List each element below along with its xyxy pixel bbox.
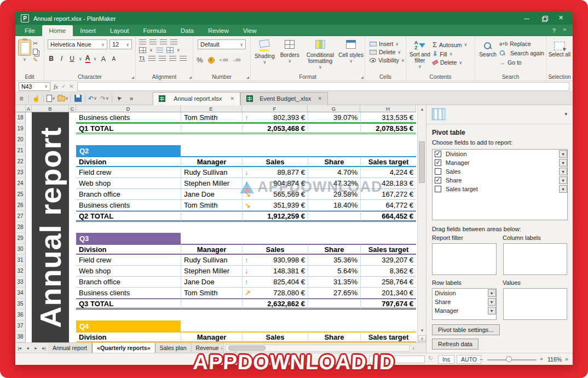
menu-tab-review[interactable]: Review (201, 25, 236, 36)
cell[interactable]: 258,764 € (360, 277, 416, 288)
cell[interactable]: Tom Smith (181, 288, 242, 299)
cell[interactable]: 4,224 € (360, 167, 416, 178)
cancel-entry-icon[interactable]: ✕ (69, 83, 73, 89)
pivot-settings-button[interactable]: Pivot table settings... (432, 324, 500, 335)
cell[interactable]: Manager (181, 331, 242, 342)
object-pointer-icon[interactable]: ➤ (113, 93, 125, 104)
number-format-select[interactable]: Default∨ (198, 39, 246, 49)
cell[interactable]: Web shop (76, 266, 181, 277)
column-header-D[interactable]: D (76, 105, 181, 112)
insert-function-icon[interactable]: fx (54, 83, 58, 90)
percent-format-button[interactable]: % (197, 56, 203, 64)
pivot-field-row[interactable]: Sales target▾ (433, 185, 567, 193)
touch-mode-icon[interactable]: ☝ (30, 93, 42, 104)
align-center-icon[interactable] (159, 56, 166, 61)
scroll-down-icon[interactable]: ▼ (418, 327, 426, 334)
column-header-F[interactable]: F (242, 105, 308, 112)
report-filter-area[interactable] (432, 243, 497, 275)
cell[interactable]: Sales target (360, 244, 416, 255)
quarter-banner-cell[interactable]: Q4 (76, 320, 181, 331)
shrink-font-button[interactable]: A (110, 56, 117, 62)
cell[interactable]: Sales target (360, 156, 416, 167)
column-header-G[interactable]: G (308, 105, 360, 112)
cell[interactable]: Sales (242, 244, 308, 255)
cell[interactable]: Sales (242, 156, 308, 167)
cell[interactable]: Division (76, 156, 181, 167)
cell[interactable]: Business clients (76, 288, 181, 299)
conditional-formatting-button[interactable]: Conditional formatting∨ (302, 39, 339, 70)
dialog-launcher-icon[interactable] (189, 76, 192, 79)
cell[interactable]: Division (76, 331, 181, 342)
row-header-24[interactable]: 24 (15, 178, 26, 189)
menu-tab-formula[interactable]: Formula (136, 25, 174, 36)
cell[interactable]: Q3 TOTAL (76, 299, 181, 310)
checkbox-checked[interactable] (435, 177, 441, 184)
cell[interactable]: Division (76, 244, 181, 255)
sheet-tab[interactable]: «Quarterly reports» (92, 343, 155, 353)
zoom-in-button[interactable]: + (540, 356, 543, 362)
cell[interactable]: 8,362 € (360, 266, 416, 277)
menu-tab-file[interactable]: File (18, 25, 42, 36)
border-box-icon[interactable] (139, 47, 146, 53)
row-header-36[interactable]: 36 (15, 310, 26, 320)
cell[interactable]: ↑904,874 € (242, 178, 308, 189)
cell[interactable]: 5.64% (308, 266, 360, 277)
cell[interactable] (308, 299, 360, 310)
horizontal-scroll-thumb[interactable] (228, 346, 266, 351)
visibility-button[interactable]: Visibility∨ (370, 57, 405, 64)
bold-button[interactable]: B (48, 55, 55, 62)
cell[interactable]: ↑802,393 € (242, 112, 308, 123)
cell[interactable] (181, 299, 242, 310)
dropdown-button[interactable]: ▾ (559, 176, 567, 184)
cell[interactable]: 2,632,862 € (242, 299, 308, 310)
close-tab-icon[interactable]: ✕ (318, 96, 322, 101)
cell[interactable]: 39.07% (308, 112, 360, 123)
cell[interactable]: Branch office (76, 277, 181, 288)
cell[interactable]: Business clients (76, 200, 181, 211)
pivot-field-row[interactable]: Share▾ (433, 176, 567, 185)
collapse-ribbon-icon[interactable]: ^ (563, 27, 566, 34)
row-label-item[interactable]: Share▾ (433, 297, 496, 306)
row-header-37[interactable]: 37 (15, 320, 26, 331)
menu-tab-home[interactable]: Home (42, 25, 73, 36)
cell[interactable]: ↓89,877 € (242, 167, 308, 178)
quarter-banner-cell[interactable]: Q2 (76, 145, 181, 156)
cell[interactable]: ↘565,569 € (242, 189, 308, 200)
close-tab-icon[interactable]: ✕ (230, 96, 234, 101)
cell[interactable]: 64,772 € (360, 200, 416, 211)
row-header-22[interactable]: 22 (15, 156, 26, 167)
row-header-26[interactable]: 26 (15, 200, 26, 211)
delete-contents-button[interactable]: Delete∨ (433, 59, 467, 66)
dropdown-button[interactable]: ▾ (488, 289, 496, 297)
menu-tab-layout[interactable]: Layout (103, 25, 136, 36)
font-size-select[interactable]: 12∨ (109, 39, 132, 49)
cell[interactable]: 4.70% (308, 167, 360, 178)
cell[interactable] (308, 123, 360, 134)
align-middle-icon[interactable] (149, 39, 157, 45)
help-button[interactable]: ? (552, 27, 556, 34)
cell[interactable]: Jane Doe (181, 277, 242, 288)
fill-button[interactable]: ⇩ Fill∨ (433, 50, 467, 58)
row-header-31[interactable]: 31 (15, 255, 26, 266)
checkbox-checked[interactable] (435, 151, 441, 157)
document-tab[interactable]: Event Budget_.xlsx✕ (240, 92, 328, 105)
cell[interactable]: 29.58% (308, 189, 360, 200)
row-header-21[interactable]: 21 (15, 145, 26, 156)
horizontal-scrollbar[interactable]: ‹ › (218, 344, 417, 352)
dialog-launcher-icon[interactable] (131, 76, 134, 79)
underline-dropdown-icon[interactable]: ∨ (79, 56, 82, 61)
grow-font-button[interactable]: A (100, 55, 107, 63)
cell[interactable]: 201,340 € (360, 288, 416, 299)
minimize-icon[interactable] (523, 15, 530, 22)
open-document-icon[interactable]: ∨ (57, 93, 69, 104)
cut-icon[interactable]: ✂ (33, 40, 38, 47)
sheet-nav-last-icon[interactable]: ▸| (40, 343, 48, 353)
dropdown-button[interactable]: ▾ (559, 150, 567, 158)
cell[interactable] (181, 211, 242, 222)
align-justify-icon[interactable] (180, 56, 187, 61)
wrap-text-icon[interactable] (156, 48, 163, 53)
align-right-icon[interactable] (169, 56, 176, 61)
column-header-A[interactable]: A (26, 105, 32, 112)
row-header-23[interactable]: 23 (15, 167, 26, 178)
save-icon[interactable] (72, 93, 84, 104)
